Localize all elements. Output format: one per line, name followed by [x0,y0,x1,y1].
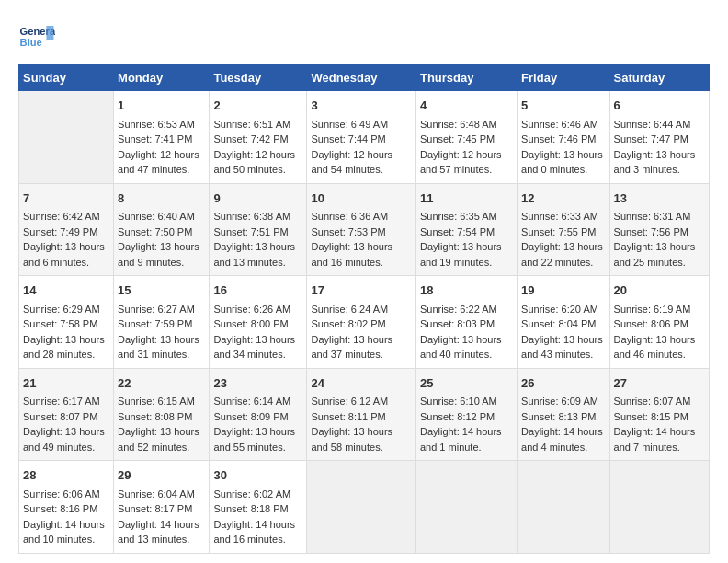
sunrise-text: Sunrise: 6:19 AM [614,304,691,315]
sunset-text: Sunset: 7:42 PM [213,133,288,144]
day-number: 9 [213,190,302,208]
sunrise-text: Sunrise: 6:44 AM [614,119,691,130]
calendar-cell: 27Sunrise: 6:07 AMSunset: 8:15 PMDayligh… [609,368,709,461]
calendar-cell: 11Sunrise: 6:35 AMSunset: 7:54 PMDayligh… [415,183,517,276]
calendar-cell [415,461,517,554]
calendar-week-row: 28Sunrise: 6:06 AMSunset: 8:16 PMDayligh… [19,461,710,554]
daylight-text: Daylight: 13 hours and 43 minutes. [521,334,603,361]
daylight-text: Daylight: 13 hours and 58 minutes. [311,426,392,453]
sunrise-text: Sunrise: 6:09 AM [521,396,598,407]
sunset-text: Sunset: 8:04 PM [521,318,596,329]
daylight-text: Daylight: 13 hours and 25 minutes. [614,241,696,268]
sunset-text: Sunset: 8:03 PM [420,318,495,329]
calendar-cell: 5Sunrise: 6:46 AMSunset: 7:46 PMDaylight… [518,91,609,184]
sunset-text: Sunset: 7:49 PM [23,226,97,237]
day-number: 2 [213,97,302,115]
calendar-cell: 10Sunrise: 6:36 AMSunset: 7:53 PMDayligh… [307,183,416,276]
calendar-cell: 16Sunrise: 6:26 AMSunset: 8:00 PMDayligh… [210,276,307,369]
sunset-text: Sunset: 7:50 PM [118,226,192,237]
sunrise-text: Sunrise: 6:24 AM [311,304,388,315]
calendar-cell: 17Sunrise: 6:24 AMSunset: 8:02 PMDayligh… [307,276,416,369]
day-number: 5 [521,97,605,115]
sunrise-text: Sunrise: 6:48 AM [420,119,497,130]
sunset-text: Sunset: 8:12 PM [420,411,495,422]
sunrise-text: Sunrise: 6:02 AM [213,488,290,500]
sunrise-text: Sunrise: 6:07 AM [614,396,691,407]
sunrise-text: Sunrise: 6:36 AM [311,211,388,222]
calendar-cell: 21Sunrise: 6:17 AMSunset: 8:07 PMDayligh… [19,368,114,461]
calendar-header-row: SundayMondayTuesdayWednesdayThursdayFrid… [19,65,710,91]
day-number: 24 [311,374,412,393]
daylight-text: Daylight: 13 hours and 46 minutes. [614,334,696,361]
calendar-cell [19,91,114,184]
sunset-text: Sunset: 8:02 PM [311,318,385,329]
day-number: 21 [23,374,109,393]
sunset-text: Sunset: 7:46 PM [521,133,596,144]
sunset-text: Sunset: 7:45 PM [420,133,495,144]
daylight-text: Daylight: 13 hours and 40 minutes. [420,334,502,361]
day-number: 20 [614,282,705,300]
sunset-text: Sunset: 7:53 PM [311,226,385,237]
calendar-cell: 4Sunrise: 6:48 AMSunset: 7:45 PMDaylight… [415,91,517,184]
day-number: 14 [23,282,109,300]
daylight-text: Daylight: 14 hours and 16 minutes. [213,519,295,546]
sunset-text: Sunset: 7:54 PM [420,226,495,237]
calendar-cell: 26Sunrise: 6:09 AMSunset: 8:13 PMDayligh… [518,368,609,461]
calendar-cell: 1Sunrise: 6:53 AMSunset: 7:41 PMDaylight… [114,91,210,184]
daylight-text: Daylight: 14 hours and 4 minutes. [521,426,603,453]
daylight-text: Daylight: 13 hours and 13 minutes. [213,241,295,268]
sunrise-text: Sunrise: 6:06 AM [23,488,100,500]
calendar-cell: 8Sunrise: 6:40 AMSunset: 7:50 PMDaylight… [114,183,210,276]
day-number: 29 [118,466,205,485]
day-number: 1 [118,97,205,115]
calendar-cell: 24Sunrise: 6:12 AMSunset: 8:11 PMDayligh… [307,368,416,461]
day-number: 27 [614,374,705,393]
day-number: 25 [420,374,513,393]
daylight-text: Daylight: 14 hours and 7 minutes. [614,426,696,453]
sunset-text: Sunset: 8:08 PM [118,411,192,422]
calendar-cell [518,461,609,554]
day-header-sunday: Sunday [19,65,114,91]
day-number: 8 [118,190,205,208]
day-number: 30 [213,466,302,485]
sunset-text: Sunset: 8:18 PM [213,503,288,514]
daylight-text: Daylight: 13 hours and 37 minutes. [311,334,392,361]
calendar-cell: 13Sunrise: 6:31 AMSunset: 7:56 PMDayligh… [609,183,709,276]
daylight-text: Daylight: 13 hours and 6 minutes. [23,241,105,268]
day-header-saturday: Saturday [609,65,709,91]
sunset-text: Sunset: 8:11 PM [311,411,385,422]
sunset-text: Sunset: 8:00 PM [213,318,288,329]
sunrise-text: Sunrise: 6:53 AM [118,119,195,130]
sunrise-text: Sunrise: 6:17 AM [23,396,100,407]
sunrise-text: Sunrise: 6:14 AM [213,396,290,407]
daylight-text: Daylight: 12 hours and 47 minutes. [118,149,199,176]
day-number: 4 [420,97,513,115]
sunset-text: Sunset: 8:13 PM [521,411,596,422]
sunrise-text: Sunrise: 6:22 AM [420,304,497,315]
day-number: 7 [23,190,109,208]
sunset-text: Sunset: 7:58 PM [23,318,97,329]
sunset-text: Sunset: 7:41 PM [118,133,192,144]
sunset-text: Sunset: 8:15 PM [614,411,688,422]
day-header-thursday: Thursday [415,65,517,91]
day-number: 18 [420,282,513,300]
svg-marker-2 [46,26,53,40]
day-header-tuesday: Tuesday [210,65,307,91]
daylight-text: Daylight: 13 hours and 22 minutes. [521,241,603,268]
calendar-week-row: 1Sunrise: 6:53 AMSunset: 7:41 PMDaylight… [19,91,710,184]
sunset-text: Sunset: 7:55 PM [521,226,596,237]
day-number: 15 [118,282,205,300]
calendar-cell: 25Sunrise: 6:10 AMSunset: 8:12 PMDayligh… [415,368,517,461]
daylight-text: Daylight: 14 hours and 10 minutes. [23,519,105,546]
day-number: 22 [118,374,205,393]
day-number: 10 [311,190,412,208]
sunrise-text: Sunrise: 6:31 AM [614,211,691,222]
day-header-wednesday: Wednesday [307,65,416,91]
sunrise-text: Sunrise: 6:27 AM [118,304,195,315]
sunrise-text: Sunrise: 6:26 AM [213,304,290,315]
sunset-text: Sunset: 8:16 PM [23,503,97,514]
day-number: 16 [213,282,302,300]
logo-icon: General Blue [18,18,55,55]
calendar-week-row: 14Sunrise: 6:29 AMSunset: 7:58 PMDayligh… [19,276,710,369]
sunset-text: Sunset: 7:59 PM [118,318,192,329]
